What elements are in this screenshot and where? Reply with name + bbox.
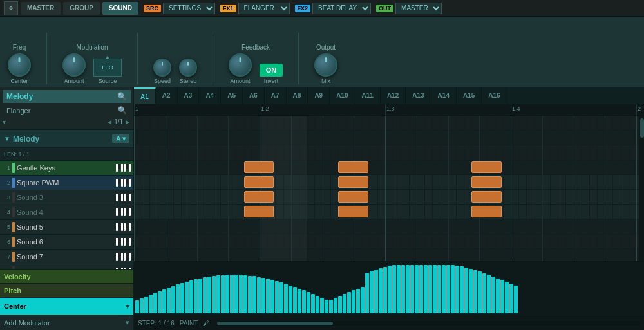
velocity-bar[interactable] bbox=[302, 290, 306, 313]
velocity-section[interactable]: Velocity bbox=[0, 270, 133, 284]
velocity-bar[interactable] bbox=[239, 275, 243, 313]
track-tab-a9[interactable]: A9 bbox=[308, 87, 330, 104]
velocity-bar[interactable] bbox=[149, 295, 153, 313]
track-tab-a3[interactable]: A3 bbox=[178, 87, 200, 104]
sound-item-2[interactable]: 2Square PWM bbox=[0, 176, 133, 190]
velocity-bar[interactable] bbox=[257, 277, 261, 313]
sound-item-6[interactable]: 6Sound 6 bbox=[0, 235, 133, 250]
velocity-bar[interactable] bbox=[248, 276, 252, 313]
velocity-bar[interactable] bbox=[469, 269, 473, 313]
velocity-bar[interactable] bbox=[338, 296, 342, 313]
velocity-bar[interactable] bbox=[500, 280, 504, 313]
track-tab-a8[interactable]: A8 bbox=[287, 87, 308, 104]
velocity-bar[interactable] bbox=[176, 284, 180, 313]
velocity-bar[interactable] bbox=[415, 265, 419, 313]
velocity-bar[interactable] bbox=[455, 266, 459, 313]
velocity-bar[interactable] bbox=[410, 265, 414, 313]
pitch-section[interactable]: Pitch bbox=[0, 284, 133, 298]
center-dropdown-icon[interactable]: ▾ bbox=[126, 302, 129, 311]
on-button[interactable]: ON bbox=[260, 64, 283, 77]
fx2-select[interactable]: BEAT DELAY bbox=[312, 3, 371, 14]
lfo-box[interactable]: ▲ LFO bbox=[93, 59, 122, 77]
velocity-bar[interactable] bbox=[482, 273, 486, 313]
mix-knob[interactable] bbox=[314, 53, 337, 77]
note-block[interactable] bbox=[338, 176, 368, 188]
velocity-bar[interactable] bbox=[406, 265, 410, 313]
inst-search-icon[interactable]: 🔍 bbox=[117, 92, 127, 101]
note-block[interactable] bbox=[244, 191, 274, 203]
velocity-bar[interactable] bbox=[316, 296, 319, 313]
sound-item-7[interactable]: 7Sound 7 bbox=[0, 250, 133, 264]
note-block[interactable] bbox=[471, 206, 502, 217]
velocity-bar[interactable] bbox=[234, 275, 238, 313]
velocity-bar[interactable] bbox=[397, 265, 401, 313]
velocity-bar[interactable] bbox=[198, 279, 202, 313]
add-modulator[interactable]: Add Modulator ▾ bbox=[0, 315, 133, 330]
speed-knob[interactable] bbox=[153, 59, 171, 77]
velocity-bar[interactable] bbox=[325, 300, 328, 313]
track-tab-a1[interactable]: A1 bbox=[134, 87, 156, 104]
velocity-bar[interactable] bbox=[140, 298, 144, 313]
velocity-bar[interactable] bbox=[311, 294, 315, 313]
velocity-bar[interactable] bbox=[298, 289, 301, 313]
page-left-icon[interactable]: ◄ bbox=[106, 118, 113, 125]
tab-master[interactable]: MASTER bbox=[21, 2, 61, 15]
velocity-bar[interactable] bbox=[252, 276, 256, 313]
track-tab-a15[interactable]: A15 bbox=[457, 87, 482, 104]
track-tab-a6[interactable]: A6 bbox=[243, 87, 265, 104]
velocity-bar[interactable] bbox=[347, 292, 351, 313]
velocity-bar[interactable] bbox=[171, 286, 175, 313]
velocity-bar[interactable] bbox=[460, 266, 464, 313]
velocity-bar[interactable] bbox=[144, 297, 148, 313]
center-section[interactable]: Center ▾ bbox=[0, 298, 133, 315]
velocity-bar[interactable] bbox=[216, 275, 220, 313]
velocity-bar[interactable] bbox=[194, 279, 198, 313]
track-tab-a13[interactable]: A13 bbox=[406, 87, 431, 104]
effect-search-icon[interactable]: 🔍 bbox=[118, 106, 127, 115]
velocity-bar[interactable] bbox=[356, 289, 360, 313]
track-tab-a11[interactable]: A11 bbox=[355, 87, 381, 104]
velocity-bar[interactable] bbox=[162, 289, 166, 313]
paint-icon[interactable]: 🖌 bbox=[203, 320, 209, 327]
fb-amount-knob[interactable] bbox=[229, 53, 252, 77]
velocity-bar[interactable] bbox=[334, 298, 337, 313]
tab-group[interactable]: GROUP bbox=[63, 2, 100, 15]
note-block[interactable] bbox=[471, 191, 502, 203]
velocity-bar[interactable] bbox=[293, 287, 297, 313]
velocity-bar[interactable] bbox=[225, 275, 229, 313]
velocity-bar[interactable] bbox=[243, 275, 247, 313]
velocity-bar[interactable] bbox=[464, 268, 468, 313]
velocity-bar[interactable] bbox=[352, 290, 355, 313]
velocity-bar[interactable] bbox=[370, 271, 374, 313]
track-tab-a7[interactable]: A7 bbox=[265, 87, 287, 104]
velocity-bar[interactable] bbox=[167, 288, 171, 313]
velocity-bar[interactable] bbox=[392, 265, 396, 313]
velocity-bar[interactable] bbox=[320, 298, 324, 313]
velocity-bar[interactable] bbox=[203, 277, 207, 313]
velocity-bar[interactable] bbox=[275, 281, 279, 313]
track-assign-button[interactable]: A ▾ bbox=[112, 134, 129, 143]
collapse-arrow[interactable]: ▾ bbox=[3, 118, 6, 125]
note-block[interactable] bbox=[244, 206, 274, 217]
velocity-bar[interactable] bbox=[433, 265, 437, 313]
velocity-bar[interactable] bbox=[379, 268, 383, 313]
track-tab-a5[interactable]: A5 bbox=[221, 87, 243, 104]
velocity-bar[interactable] bbox=[307, 292, 310, 313]
velocity-bar[interactable] bbox=[270, 280, 274, 313]
note-block[interactable] bbox=[338, 191, 368, 203]
tab-sound[interactable]: SOUND bbox=[102, 2, 138, 15]
velocity-bar[interactable] bbox=[509, 284, 513, 313]
note-block[interactable] bbox=[244, 176, 274, 188]
out-select[interactable]: MASTER bbox=[395, 3, 442, 14]
fx1-select[interactable]: FLANGER bbox=[238, 3, 290, 14]
velocity-bar[interactable] bbox=[428, 265, 432, 313]
velocity-bar[interactable] bbox=[266, 279, 270, 313]
velocity-bar[interactable] bbox=[158, 291, 162, 313]
velocity-bar[interactable] bbox=[230, 275, 234, 313]
velocity-bar[interactable] bbox=[180, 283, 184, 313]
grid-area[interactable] bbox=[134, 116, 639, 261]
velocity-bar[interactable] bbox=[473, 270, 477, 313]
velocity-bar[interactable] bbox=[221, 275, 225, 313]
velocity-bar[interactable] bbox=[383, 267, 387, 313]
horizontal-scrollbar[interactable] bbox=[217, 321, 640, 326]
